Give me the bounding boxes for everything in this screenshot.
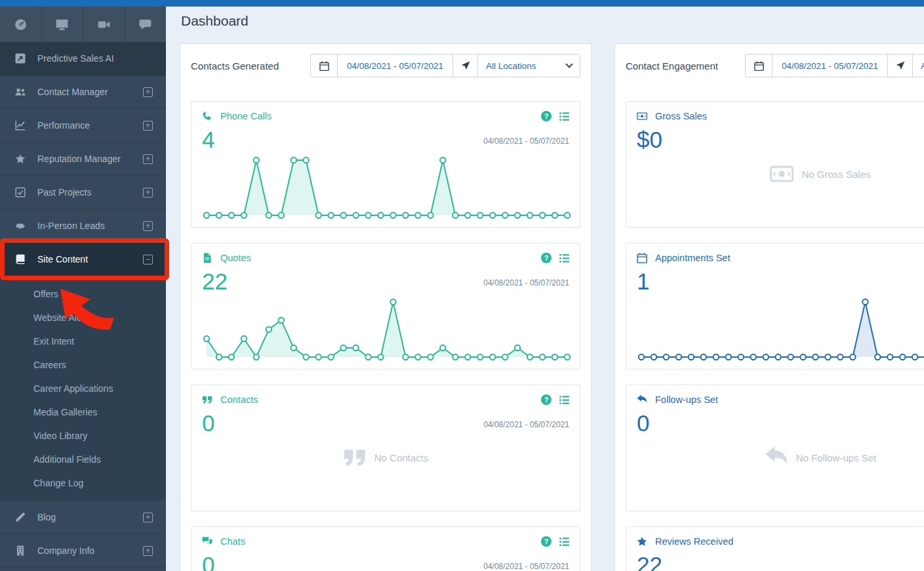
expand-plus-icon[interactable]: + [143, 121, 153, 131]
star-wrap [637, 536, 647, 547]
date-range-value: 04/08/2021 - 05/07/2021 [782, 61, 878, 71]
sidebar-item-label: Site Content [37, 254, 88, 264]
expand-plus-icon[interactable]: + [143, 87, 153, 97]
quote-marks-icon [343, 446, 367, 469]
quote-marks-icon [202, 394, 212, 405]
list-view-icon[interactable] [559, 112, 569, 121]
sparkline-chart [202, 294, 571, 362]
collapse-minus-icon[interactable]: − [143, 255, 153, 264]
metric-card-appointments-set: Appointments Set ? 1 [626, 243, 924, 370]
sidebar-item-label: Contact Manager [37, 87, 108, 97]
card-title: Contacts [220, 394, 258, 405]
calendar-icon [637, 253, 647, 263]
star-icon [15, 154, 26, 164]
sidebar-subitem-additional-fields[interactable]: Additional Fields [0, 448, 166, 471]
card-value: 1 [637, 270, 924, 293]
panel-title: Contacts Generated [191, 60, 279, 72]
location-button[interactable] [452, 54, 477, 77]
sidebar-subitem-offers[interactable]: Offers [0, 282, 166, 306]
pencil-icon [15, 512, 26, 522]
sidebar-item-performance[interactable]: Performance+ [0, 109, 166, 142]
expand-plus-icon[interactable]: + [143, 154, 153, 164]
help-icon[interactable]: ? [541, 111, 552, 121]
quote-doc-wrap [202, 253, 212, 263]
card-title: Appointments Set [655, 253, 730, 263]
sidebar-item-predictive-sales-ai[interactable]: Predictive Sales AI [0, 42, 166, 75]
list-view-icon[interactable] [559, 395, 569, 405]
expand-plus-icon[interactable]: + [143, 188, 153, 198]
sidebar-header-video-camera-button[interactable] [83, 7, 125, 42]
sidebar-item-label: Company Info [37, 545, 94, 556]
metric-card-follow-ups-set: Follow-ups Set ? 0No Follow-ups Set [626, 385, 924, 511]
sidebar-header-chat-bubble-button[interactable] [125, 7, 167, 42]
sidebar-subitem-video-library[interactable]: Video Library [0, 424, 166, 448]
sidebar-subitem-media-galleries[interactable]: Media Galleries [0, 400, 166, 424]
help-icon[interactable]: ? [541, 253, 552, 263]
expand-plus-icon[interactable]: + [143, 513, 153, 522]
sidebar-item-blog[interactable]: Blog+ [0, 501, 166, 534]
location-button[interactable] [887, 54, 912, 77]
sidebar-item-company-info[interactable]: Company Info+ [0, 534, 166, 568]
sidebar-subitem-website-alert[interactable]: Website Alert [0, 306, 166, 329]
sidebar-item-in-person-leads[interactable]: In-Person Leads+ [0, 209, 166, 243]
card-value: 22 [637, 553, 924, 571]
metric-card-quotes: Quotes ? 2204/08/2021 - 05/07/2021 [191, 243, 580, 370]
calendar-icon [754, 61, 764, 71]
book-icon [15, 254, 26, 264]
phone-wrap [202, 111, 212, 121]
sidebar-header-dashboard-gauge-button[interactable] [0, 7, 42, 42]
empty-state: No Contacts [191, 446, 580, 469]
list-icon [559, 112, 569, 121]
video-camera-icon [98, 18, 110, 31]
sidebar-item-contact-manager[interactable]: Contact Manager+ [0, 75, 166, 109]
sidebar-subitem-change-log[interactable]: Change Log [0, 471, 166, 495]
sidebar-subitem-careers[interactable]: Careers [0, 353, 166, 377]
calendar-wrap [637, 253, 647, 263]
desktop-monitor-icon [56, 18, 68, 31]
metric-card-contacts: Contacts ? 004/08/2021 - 05/07/2021No Co… [191, 385, 580, 511]
sidebar-item-label: Past Projects [37, 187, 91, 198]
list-icon [559, 253, 569, 263]
page-title: Dashboard [181, 13, 249, 29]
sidebar-item-reputation-manager[interactable]: Reputation Manager+ [0, 142, 166, 176]
sidebar-header-desktop-monitor-button[interactable] [42, 7, 84, 42]
sidebar-subitem-exit-intent[interactable]: Exit Intent [0, 329, 166, 353]
empty-state-text: No Gross Sales [801, 169, 870, 180]
card-title: Reviews Received [655, 536, 733, 547]
date-picker-button[interactable] [746, 54, 772, 77]
money-bill-icon [637, 111, 647, 121]
sidebar-item-site-content[interactable]: Site Content− [0, 243, 166, 276]
panel-title: Contact Engagement [626, 60, 718, 72]
help-icon[interactable]: ? [541, 536, 552, 547]
chat-bubbles-icon [202, 536, 212, 547]
metric-card-chats: Chats ? 004/08/2021 - 05/07/2021 [191, 526, 580, 571]
expand-plus-icon[interactable]: + [143, 221, 153, 231]
location-select[interactable]: All Locations [912, 54, 924, 77]
sidebar-item-label: Predictive Sales AI [37, 53, 114, 64]
location-select[interactable]: All Locations [477, 54, 580, 77]
list-view-icon[interactable] [559, 253, 569, 263]
panel-filter-controls: 04/08/2021 - 05/07/2021 All Locations [745, 54, 924, 77]
date-range-input[interactable]: 04/08/2021 - 05/07/2021 [772, 54, 887, 77]
chat-bubbles-wrap [202, 536, 212, 547]
metric-card-gross-sales: Gross Sales ? $0No Gross Sales [626, 101, 924, 228]
chevron-down-icon [565, 60, 572, 68]
expand-plus-icon[interactable]: + [143, 546, 153, 556]
empty-state: No Gross Sales [626, 162, 924, 186]
card-title: Quotes [220, 253, 251, 263]
building-icon [15, 545, 26, 556]
date-picker-button[interactable] [311, 54, 337, 77]
empty-state: No Follow-ups Set [626, 446, 924, 469]
phone-icon [202, 111, 212, 121]
help-icon[interactable]: ? [541, 394, 552, 405]
nav-arrow-icon [461, 61, 470, 70]
list-view-icon[interactable] [559, 537, 569, 547]
date-range-input[interactable]: 04/08/2021 - 05/07/2021 [337, 54, 452, 77]
card-title: Gross Sales [655, 111, 707, 121]
reply-arrow-wrap [637, 394, 647, 405]
sidebar-subitem-career-applications[interactable]: Career Applications [0, 377, 166, 400]
sidebar-item-past-projects[interactable]: Past Projects+ [0, 176, 166, 209]
performance-icon [15, 120, 26, 131]
sidebar-header-icons [0, 7, 166, 42]
location-select-value: All Locations [486, 61, 536, 71]
